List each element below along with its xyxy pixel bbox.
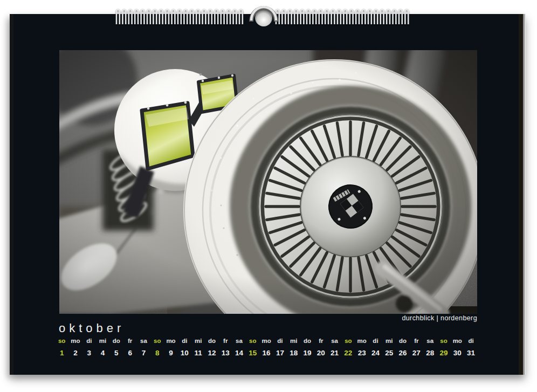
calendar-row: so1mo2di3mi4do5fr6sa7so8mo9di10mi11do12f… bbox=[55, 338, 479, 357]
date-number: 25 bbox=[385, 349, 393, 357]
photo-image bbox=[59, 50, 477, 314]
calendar-day-column: sa7 bbox=[137, 338, 150, 357]
weekday-label: sa bbox=[236, 338, 243, 344]
calendar-day-column: di24 bbox=[369, 338, 382, 357]
calendar-day-column: mo23 bbox=[355, 338, 369, 357]
date-number: 5 bbox=[114, 349, 119, 357]
date-number: 7 bbox=[142, 349, 146, 357]
date-number: 22 bbox=[344, 349, 352, 357]
weekday-label: fr bbox=[414, 338, 418, 344]
weekday-label: fr bbox=[319, 338, 323, 344]
calendar-day-column: so1 bbox=[55, 338, 68, 357]
date-number: 16 bbox=[263, 349, 271, 357]
calendar-day-column: mi11 bbox=[191, 338, 205, 357]
weekday-label: do bbox=[208, 338, 216, 344]
date-number: 19 bbox=[303, 349, 311, 357]
date-number: 21 bbox=[331, 349, 339, 357]
date-number: 10 bbox=[181, 349, 189, 357]
date-number: 29 bbox=[439, 349, 448, 357]
month-title: oktober bbox=[59, 322, 125, 334]
weekday-label: mi bbox=[290, 338, 297, 344]
weekday-label: mo bbox=[166, 338, 175, 344]
calendar-day-column: di3 bbox=[82, 338, 96, 357]
weekday-label: mi bbox=[195, 338, 202, 344]
date-number: 15 bbox=[249, 349, 257, 357]
date-number: 2 bbox=[73, 349, 78, 357]
weekday-label: sa bbox=[140, 338, 147, 344]
weekday-label: so bbox=[440, 338, 447, 344]
calendar-day-column: so8 bbox=[150, 338, 164, 357]
date-number: 9 bbox=[169, 349, 173, 357]
calendar-day-column: do5 bbox=[109, 338, 123, 357]
date-number: 4 bbox=[101, 349, 105, 357]
weekday-label: so bbox=[58, 338, 65, 344]
weekday-label: mi bbox=[99, 338, 106, 344]
calendar-day-column: so29 bbox=[437, 338, 450, 357]
calendar-day-column: sa28 bbox=[423, 338, 437, 357]
weekday-label: fr bbox=[223, 338, 228, 344]
weekday-label: so bbox=[345, 338, 352, 344]
weekday-label: mo bbox=[261, 338, 271, 344]
weekday-label: so bbox=[249, 338, 256, 344]
calendar-day-column: do12 bbox=[205, 338, 218, 357]
weekday-label: do bbox=[399, 338, 407, 344]
date-number: 11 bbox=[194, 349, 202, 357]
weekday-label: di bbox=[277, 338, 283, 344]
calendar-day-column: di31 bbox=[464, 338, 478, 357]
calendar-day-column: mi25 bbox=[382, 338, 396, 357]
weekday-label: mo bbox=[453, 338, 462, 344]
date-number: 24 bbox=[371, 349, 380, 357]
weekday-label: so bbox=[154, 338, 161, 344]
calendar-day-column: mi18 bbox=[287, 338, 300, 357]
date-number: 26 bbox=[399, 349, 407, 357]
calendar-day-column: fr13 bbox=[219, 338, 232, 357]
calendar-day-column: sa14 bbox=[232, 338, 246, 357]
calendar-day-column: mo2 bbox=[68, 338, 82, 357]
date-number: 13 bbox=[222, 349, 230, 357]
calendar-day-column: do19 bbox=[300, 338, 314, 357]
calendar-day-column: di17 bbox=[273, 338, 287, 357]
calendar-day-column: di10 bbox=[178, 338, 191, 357]
date-number: 1 bbox=[60, 349, 64, 357]
weekday-label: sa bbox=[331, 338, 338, 344]
date-number: 28 bbox=[426, 349, 434, 357]
vignette bbox=[59, 50, 477, 314]
calendar-day-column: fr20 bbox=[314, 338, 328, 357]
calendar-day-column: sa21 bbox=[328, 338, 341, 357]
date-number: 31 bbox=[467, 349, 475, 357]
weekday-label: fr bbox=[128, 338, 132, 344]
weekday-label: do bbox=[304, 338, 311, 344]
date-number: 14 bbox=[235, 349, 243, 357]
date-number: 27 bbox=[412, 349, 421, 357]
date-number: 20 bbox=[317, 349, 325, 357]
weekday-label: mo bbox=[71, 338, 80, 344]
weekday-label: sa bbox=[426, 338, 433, 344]
calendar-day-column: mo16 bbox=[259, 338, 273, 357]
date-number: 3 bbox=[87, 349, 91, 357]
calendar-day-column: mi4 bbox=[96, 338, 109, 357]
date-number: 6 bbox=[128, 349, 132, 357]
weekday-label: di bbox=[182, 338, 187, 344]
calendar-day-column: mo9 bbox=[164, 338, 177, 357]
weekday-label: di bbox=[86, 338, 92, 344]
calendar-day-column: so15 bbox=[246, 338, 259, 357]
weekday-label: mi bbox=[385, 338, 393, 344]
weekday-label: do bbox=[113, 338, 120, 344]
date-number: 17 bbox=[276, 349, 284, 357]
calendar-sheet: durchblick | nordenberg oktober so1mo2di… bbox=[10, 14, 526, 375]
date-number: 30 bbox=[453, 349, 462, 357]
wall: { "colors": { "accent": "#c3d22f", "cale… bbox=[0, 0, 537, 392]
date-number: 18 bbox=[290, 349, 298, 357]
date-number: 23 bbox=[358, 349, 366, 357]
calendar-day-column: fr6 bbox=[123, 338, 136, 357]
calendar-day-column: do26 bbox=[396, 338, 409, 357]
calendar-day-column: fr27 bbox=[410, 338, 423, 357]
weekday-label: mo bbox=[357, 338, 367, 344]
date-number: 12 bbox=[208, 349, 216, 357]
weekday-label: di bbox=[373, 338, 378, 344]
weekday-label: di bbox=[468, 338, 473, 344]
date-number: 8 bbox=[155, 349, 160, 357]
calendar-day-column: mo30 bbox=[451, 338, 464, 357]
calendar-day-column: so22 bbox=[341, 338, 355, 357]
